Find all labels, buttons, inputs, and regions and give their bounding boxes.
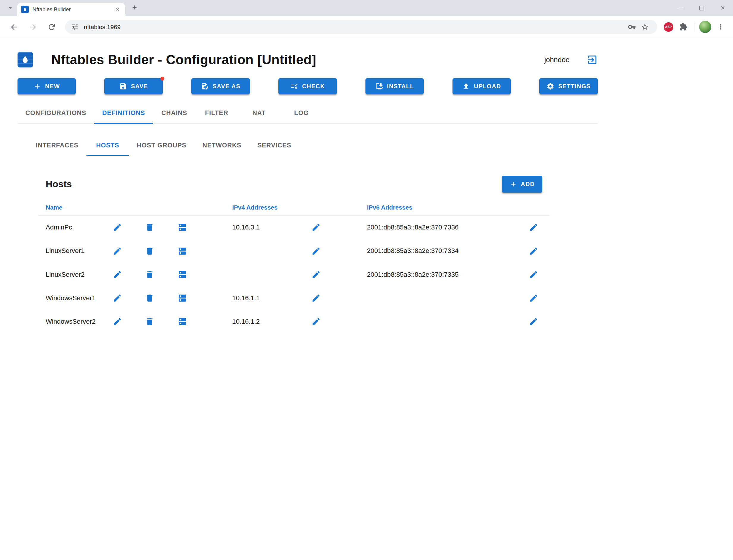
- edit-host-button[interactable]: [111, 292, 124, 305]
- edit-ipv4-button[interactable]: [310, 268, 323, 281]
- dns-lookup-button[interactable]: [176, 315, 189, 328]
- tab-filter[interactable]: FILTER: [196, 103, 238, 124]
- dns-server-icon: [178, 246, 187, 256]
- reload-button[interactable]: [44, 19, 60, 35]
- trash-icon: [145, 246, 155, 256]
- tab-chains[interactable]: CHAINS: [153, 103, 196, 124]
- tab-networks[interactable]: NETWORKS: [194, 135, 249, 156]
- tab-log[interactable]: LOG: [280, 103, 323, 124]
- password-key-icon[interactable]: [625, 20, 638, 33]
- edit-ipv6-button[interactable]: [527, 268, 540, 281]
- add-button-label: ADD: [521, 181, 535, 188]
- edit-ipv4-button[interactable]: [310, 221, 323, 234]
- edit-ipv4-button[interactable]: [310, 292, 323, 305]
- host-ipv4: 10.16.3.1: [232, 224, 307, 231]
- new-button[interactable]: NEW: [18, 78, 76, 94]
- install-button[interactable]: INSTALL: [366, 78, 424, 94]
- tab-definitions[interactable]: DEFINITIONS: [94, 103, 153, 124]
- delete-host-button[interactable]: [143, 268, 156, 281]
- dns-lookup-button[interactable]: [176, 244, 189, 257]
- edit-ipv6-button[interactable]: [527, 244, 540, 257]
- check-button-label: CHECK: [302, 83, 325, 90]
- trash-icon: [145, 293, 155, 303]
- edit-pencil-icon: [113, 270, 122, 279]
- exit-icon: [586, 54, 598, 65]
- window-maximize-button[interactable]: [692, 0, 712, 16]
- back-button[interactable]: [6, 19, 22, 35]
- window-minimize-button[interactable]: [671, 0, 692, 16]
- abp-badge: ABP: [664, 22, 673, 32]
- dns-lookup-button[interactable]: [176, 268, 189, 281]
- save-as-button-label: SAVE AS: [213, 83, 241, 90]
- edit-pencil-icon: [312, 246, 321, 256]
- forward-button[interactable]: [25, 19, 41, 35]
- save-button[interactable]: SAVE: [104, 78, 163, 94]
- tab-nat[interactable]: NAT: [238, 103, 280, 124]
- edit-pencil-icon: [113, 246, 122, 256]
- delete-host-button[interactable]: [143, 244, 156, 257]
- table-row: LinuxServer1 2001:db8:85a3::8a2e:370:733…: [39, 239, 550, 263]
- dns-lookup-button[interactable]: [176, 221, 189, 234]
- edit-ipv4-button[interactable]: [310, 244, 323, 257]
- url-text[interactable]: nftables:1969: [84, 23, 625, 31]
- browser-tab[interactable]: Nftables Builder: [17, 3, 125, 16]
- address-bar[interactable]: nftables:1969: [65, 20, 657, 34]
- profile-avatar[interactable]: [699, 21, 711, 33]
- browser-menu-icon[interactable]: [713, 19, 728, 34]
- edit-ipv6-button[interactable]: [527, 292, 540, 305]
- delete-host-button[interactable]: [143, 315, 156, 328]
- edit-pencil-icon: [312, 317, 321, 326]
- edit-pencil-icon: [312, 223, 321, 232]
- table-header-row: Name IPv4 Addresses IPv6 Addresses: [39, 200, 550, 216]
- check-button[interactable]: CHECK: [279, 78, 337, 94]
- app-page: Nftables Builder - Configuration [Untitl…: [0, 38, 733, 559]
- adblock-extension-icon[interactable]: ABP: [661, 19, 676, 34]
- plus-icon: [509, 180, 517, 188]
- edit-host-button[interactable]: [111, 244, 124, 257]
- column-header-ipv6: IPv6 Addresses: [367, 204, 524, 211]
- tab-services[interactable]: SERVICES: [249, 135, 299, 156]
- site-settings-icon[interactable]: [71, 23, 79, 31]
- reload-icon: [47, 23, 56, 32]
- extensions-puzzle-icon[interactable]: [676, 19, 691, 34]
- secondary-tabs: INTERFACES HOSTS HOST GROUPS NETWORKS SE…: [28, 135, 598, 156]
- window-close-button[interactable]: [712, 0, 733, 16]
- delete-host-button[interactable]: [143, 292, 156, 305]
- add-host-button[interactable]: ADD: [502, 176, 542, 193]
- tab-host-groups[interactable]: HOST GROUPS: [129, 135, 195, 156]
- edit-host-button[interactable]: [111, 268, 124, 281]
- bookmark-star-icon[interactable]: [638, 20, 651, 33]
- edit-ipv6-button[interactable]: [527, 221, 540, 234]
- upload-button[interactable]: UPLOAD: [452, 78, 511, 94]
- settings-button-label: SETTINGS: [558, 83, 591, 90]
- dns-lookup-button[interactable]: [176, 292, 189, 305]
- save-icon: [119, 82, 127, 90]
- tab-configurations[interactable]: CONFIGURATIONS: [18, 103, 94, 124]
- browser-toolbar: nftables:1969 ABP: [0, 16, 733, 38]
- delete-host-button[interactable]: [143, 221, 156, 234]
- column-header-ipv4: IPv4 Addresses: [232, 204, 307, 211]
- browser-tabstrip: Nftables Builder: [0, 0, 733, 16]
- tab-hosts[interactable]: HOSTS: [87, 135, 129, 156]
- save-as-button[interactable]: SAVE AS: [191, 78, 250, 94]
- back-arrow-icon: [10, 23, 18, 32]
- tab-interfaces[interactable]: INTERFACES: [28, 135, 87, 156]
- edit-host-button[interactable]: [111, 221, 124, 234]
- logout-button[interactable]: [586, 54, 598, 65]
- minimize-icon: [679, 8, 684, 8]
- column-header-name: Name: [46, 204, 108, 211]
- edit-host-button[interactable]: [111, 315, 124, 328]
- upload-button-label: UPLOAD: [474, 83, 501, 90]
- table-row: WindowsServer2 10.16.1.2: [39, 310, 550, 334]
- edit-pencil-icon: [529, 293, 538, 303]
- edit-ipv4-button[interactable]: [310, 315, 323, 328]
- edit-pencil-icon: [312, 270, 321, 279]
- edit-ipv6-button[interactable]: [527, 315, 540, 328]
- tab-close-icon[interactable]: [114, 6, 121, 13]
- settings-button[interactable]: SETTINGS: [539, 78, 598, 94]
- tab-search-button[interactable]: [5, 2, 16, 14]
- page-title: Nftables Builder - Configuration [Untitl…: [51, 52, 544, 67]
- install-icon: [375, 82, 383, 90]
- new-tab-button[interactable]: [129, 1, 141, 14]
- window-controls: [671, 0, 733, 16]
